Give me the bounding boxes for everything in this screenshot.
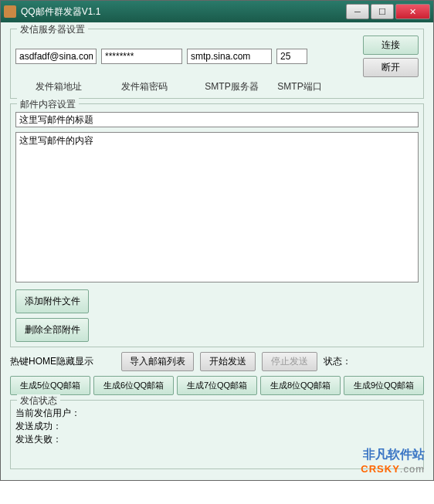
sender-password-label: 发件箱密码 xyxy=(101,80,187,93)
smtp-server-label: SMTP服务器 xyxy=(187,80,276,93)
stop-send-button[interactable]: 停止发送 xyxy=(262,352,317,371)
mail-content-group: 邮件内容设置 这里写邮件的内容 添加附件文件 删除全部附件 xyxy=(10,103,424,347)
gen-6-button[interactable]: 生成6位QQ邮箱 xyxy=(93,376,174,395)
smtp-server-input[interactable] xyxy=(187,49,272,64)
status-label: 状态： xyxy=(324,355,351,368)
disconnect-button[interactable]: 断开 xyxy=(363,58,419,77)
add-attachment-button[interactable]: 添加附件文件 xyxy=(15,289,89,313)
body-textarea[interactable]: 这里写邮件的内容 xyxy=(15,132,419,282)
delete-attachments-button[interactable]: 删除全部附件 xyxy=(15,318,89,342)
generate-row: 生成5位QQ邮箱 生成6位QQ邮箱 生成7位QQ邮箱 生成8位QQ邮箱 生成9位… xyxy=(10,376,424,395)
sender-password-input[interactable] xyxy=(101,49,182,64)
titlebar: QQ邮件群发器V1.1 ─ ☐ ✕ xyxy=(1,1,433,22)
close-button[interactable]: ✕ xyxy=(395,4,430,19)
maximize-button[interactable]: ☐ xyxy=(371,4,394,19)
status-group-title: 发信状态 xyxy=(17,394,60,408)
import-mailbox-button[interactable]: 导入邮箱列表 xyxy=(121,352,194,371)
smtp-port-input[interactable] xyxy=(276,49,307,64)
current-user-line: 当前发信用户： xyxy=(15,407,419,420)
gen-5-button[interactable]: 生成5位QQ邮箱 xyxy=(10,376,90,395)
gen-9-button[interactable]: 生成9位QQ邮箱 xyxy=(344,376,424,395)
app-icon xyxy=(4,5,16,18)
gen-8-button[interactable]: 生成8位QQ邮箱 xyxy=(260,376,341,395)
sender-address-label: 发件箱地址 xyxy=(15,80,101,93)
fail-line: 发送失败： xyxy=(15,433,419,446)
hotkey-label: 热键HOME隐藏显示 xyxy=(10,355,93,368)
success-line: 发送成功： xyxy=(15,420,419,433)
gen-7-button[interactable]: 生成7位QQ邮箱 xyxy=(177,376,257,395)
minimize-button[interactable]: ─ xyxy=(346,4,369,19)
window-title: QQ邮件群发器V1.1 xyxy=(21,5,346,19)
connect-button[interactable]: 连接 xyxy=(363,36,419,55)
start-send-button[interactable]: 开始发送 xyxy=(200,352,256,371)
sender-address-input[interactable] xyxy=(15,49,97,64)
action-row: 热键HOME隐藏显示 导入邮箱列表 开始发送 停止发送 状态： xyxy=(10,352,424,371)
server-settings-group: 发信服务器设置 连接 断开 发件箱地址 发件箱密码 SMTP服务器 SMTP端口 xyxy=(10,29,424,99)
server-group-title: 发信服务器设置 xyxy=(17,23,88,36)
subject-input[interactable] xyxy=(15,112,419,127)
smtp-port-label: SMTP端口 xyxy=(276,80,323,93)
send-status-group: 发信状态 当前发信用户： 发送成功： 发送失败： xyxy=(10,400,424,469)
mail-group-title: 邮件内容设置 xyxy=(17,98,79,111)
